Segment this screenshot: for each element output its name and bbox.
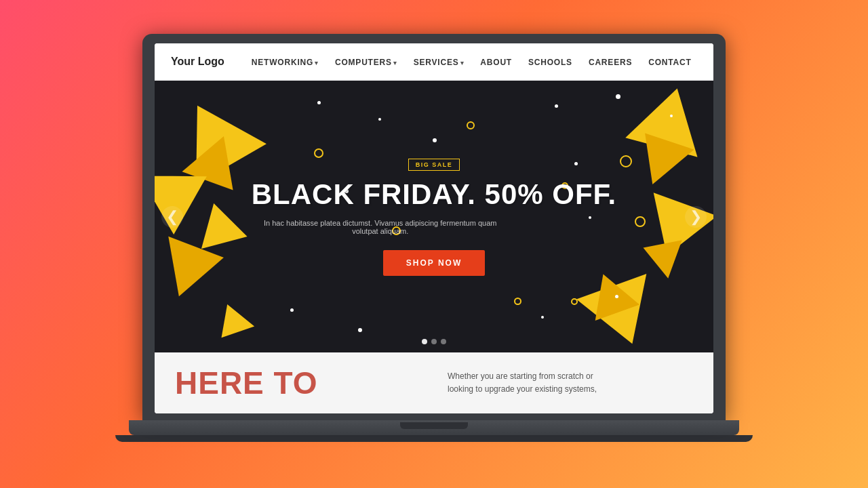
hero-ring-dot <box>314 148 323 158</box>
hero-dot <box>670 115 673 117</box>
laptop-bezel: Your Logo NETWORKING▾ COMPUTERS▾ <box>142 34 726 420</box>
laptop-base <box>129 420 739 435</box>
hero-dot <box>541 316 544 319</box>
nav-arrow: ▾ <box>315 60 319 66</box>
bottom-section: HERE TO Whether you are starting from sc… <box>155 352 713 413</box>
hero-triangle-10 <box>222 304 258 343</box>
hero-dot <box>317 101 321 104</box>
hero-triangle-6 <box>625 81 713 157</box>
hero-ring-dot <box>620 155 632 167</box>
slider-dot-1[interactable] <box>422 339 427 344</box>
laptop-screen: Your Logo NETWORKING▾ COMPUTERS▾ <box>155 43 713 413</box>
hero-badge: BIG SALE <box>408 159 460 171</box>
hero-ring-dot <box>514 298 521 305</box>
website-content: Your Logo NETWORKING▾ COMPUTERS▾ <box>155 43 713 413</box>
nav-logo: Your Logo <box>171 56 224 68</box>
nav-link-contact[interactable]: CONTACT <box>648 58 691 67</box>
nav-link-schools[interactable]: SCHOOLS <box>528 58 572 67</box>
hero-triangle-5 <box>168 228 229 297</box>
hero-triangle-12 <box>577 274 639 336</box>
bottom-heading: HERE TO <box>175 367 420 399</box>
hero-subtitle: In hac habitasse platea dictumst. Vivamu… <box>252 219 509 235</box>
hero-dot <box>378 118 381 121</box>
nav-item-computers[interactable]: COMPUTERS▾ <box>335 56 397 68</box>
nav-item-about[interactable]: ABOUT <box>480 56 512 68</box>
bottom-text: Whether you are starting from scratch or… <box>448 370 693 396</box>
hero-ring-dot <box>635 216 646 227</box>
nav-link-networking[interactable]: NETWORKING▾ <box>252 58 319 67</box>
nav-link-careers[interactable]: CAREERS <box>589 58 632 67</box>
nav-link-about[interactable]: ABOUT <box>480 58 512 67</box>
hero-dot <box>358 328 362 332</box>
bottom-right: Whether you are starting from scratch or… <box>420 370 693 396</box>
nav-arrow: ▾ <box>460 60 465 66</box>
hero-dot <box>290 308 294 312</box>
shop-now-button[interactable]: SHOP NOW <box>383 250 485 276</box>
laptop-mockup: Your Logo NETWORKING▾ COMPUTERS▾ <box>136 34 732 454</box>
hero-triangle-2 <box>182 127 249 190</box>
hero-title: BLACK FRIDAY. 50% OFF. <box>252 179 617 210</box>
hero-triangle-8 <box>635 192 713 266</box>
nav-links: NETWORKING▾ COMPUTERS▾ SERVICES▾ <box>252 56 692 68</box>
bottom-left: HERE TO <box>175 367 420 399</box>
hero-ring-dot <box>571 298 578 305</box>
nav-item-schools[interactable]: SCHOOLS <box>528 56 572 68</box>
hero-triangle-9 <box>636 228 682 278</box>
nav-link-computers[interactable]: COMPUTERS▾ <box>335 58 397 67</box>
hero-triangle-7 <box>624 116 694 184</box>
hero-content: BIG SALE BLACK FRIDAY. 50% OFF. In hac h… <box>252 157 617 275</box>
slider-dots <box>422 339 446 344</box>
nav-item-networking[interactable]: NETWORKING▾ <box>252 56 319 68</box>
hero-dot <box>616 94 620 99</box>
nav-item-careers[interactable]: CAREERS <box>589 56 632 68</box>
hero-triangle-4 <box>191 197 247 249</box>
hero-triangle-11 <box>576 274 667 352</box>
nav-link-services[interactable]: SERVICES▾ <box>414 58 465 67</box>
hero-dot <box>615 295 618 298</box>
slider-prev-arrow[interactable]: ❮ <box>161 206 183 228</box>
slider-next-arrow[interactable]: ❯ <box>685 206 707 228</box>
nav-item-contact[interactable]: CONTACT <box>648 56 691 68</box>
nav-item-services[interactable]: SERVICES▾ <box>414 56 465 68</box>
slider-dot-3[interactable] <box>441 339 446 344</box>
hero-dot <box>555 104 558 108</box>
hero-section: ❮ ❯ BIG SALE BLACK FRIDAY. 50% OFF. In h… <box>155 81 713 352</box>
navbar: Your Logo NETWORKING▾ COMPUTERS▾ <box>155 43 713 81</box>
laptop-bottom-bar <box>115 435 753 442</box>
hero-ring-dot <box>467 121 475 129</box>
hero-dot <box>433 138 437 142</box>
nav-arrow: ▾ <box>393 60 397 66</box>
slider-dot-2[interactable] <box>431 339 437 344</box>
